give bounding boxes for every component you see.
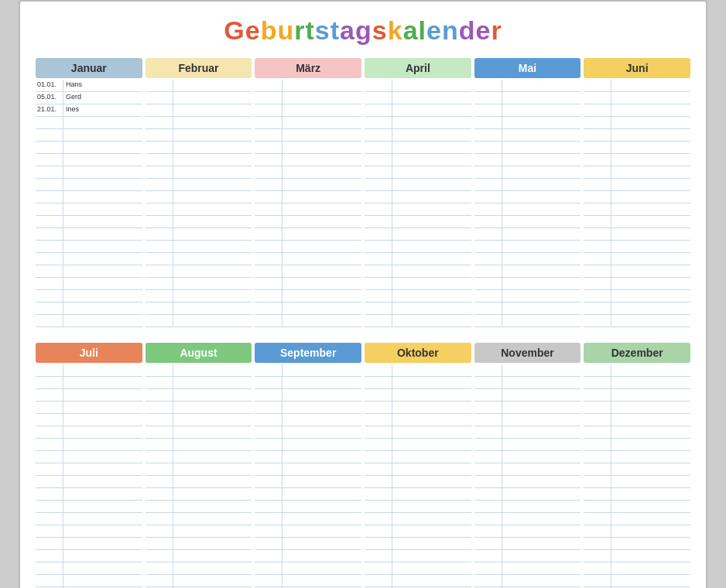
table-row[interactable] [474,265,581,278]
table-row[interactable] [146,550,252,562]
table-row[interactable] [146,377,252,389]
entry-name[interactable] [283,575,361,586]
entry-name[interactable] [63,451,142,463]
entry-name[interactable] [611,463,690,475]
entry-name[interactable] [63,117,142,128]
entry-name[interactable] [63,278,142,289]
entry-name[interactable] [611,501,690,512]
entry-name[interactable] [502,476,581,487]
entry-name[interactable] [173,501,252,512]
table-row[interactable] [474,92,581,104]
table-row[interactable] [36,525,142,538]
entry-name[interactable] [173,92,252,104]
table-row[interactable] [36,216,142,228]
table-row[interactable] [36,562,142,575]
table-row[interactable] [474,191,581,203]
entry-name[interactable] [173,253,252,265]
table-row[interactable] [255,129,361,142]
table-row[interactable] [474,439,581,451]
table-row[interactable] [365,216,471,228]
table-row[interactable] [146,253,252,265]
table-row[interactable] [255,228,361,241]
entry-name[interactable] [502,92,581,104]
entry-name[interactable] [392,179,471,190]
table-row[interactable] [584,154,690,166]
entry-name[interactable] [283,364,361,376]
table-row[interactable] [36,303,142,315]
entry-name[interactable] [283,315,361,326]
entry-name[interactable] [173,476,252,487]
table-row[interactable] [146,451,252,463]
entry-name[interactable] [173,525,252,537]
table-row[interactable] [36,142,142,154]
entry-name[interactable] [63,414,142,426]
entry-name[interactable] [611,315,690,326]
table-row[interactable] [584,80,690,92]
table-row[interactable] [474,228,581,241]
table-row[interactable] [36,364,142,377]
table-row[interactable] [584,575,690,587]
table-row[interactable] [474,550,581,562]
entry-name[interactable] [502,389,581,401]
table-row[interactable] [36,203,142,216]
entry-name[interactable] [63,525,142,537]
entry-name[interactable] [392,377,471,388]
table-row[interactable] [255,216,361,228]
table-row[interactable] [146,364,252,377]
entry-name[interactable] [392,315,471,326]
entry-name[interactable] [611,117,690,128]
entry-name[interactable] [283,426,361,438]
table-row[interactable] [146,439,252,451]
table-row[interactable] [474,451,581,463]
table-row[interactable] [584,501,690,513]
entry-name[interactable] [283,463,361,475]
table-row[interactable] [255,92,361,104]
entry-name[interactable] [611,241,690,252]
entry-name[interactable] [502,575,581,586]
table-row[interactable] [146,142,252,154]
entry-name[interactable] [173,228,252,240]
table-row[interactable] [255,513,361,525]
table-row[interactable] [255,203,361,216]
table-row[interactable] [365,488,471,501]
table-row[interactable] [584,129,690,142]
table-row[interactable] [584,92,690,104]
entry-name[interactable] [611,426,690,438]
table-row[interactable] [36,166,142,179]
entry-name[interactable] [63,265,142,277]
table-row[interactable] [584,525,690,538]
entry-name[interactable] [283,265,361,277]
table-row[interactable] [255,426,361,439]
entry-name[interactable] [392,203,471,215]
table-row[interactable] [255,525,361,538]
entry-name[interactable] [502,253,581,265]
table-row[interactable] [365,562,471,575]
table-row[interactable] [584,439,690,451]
entry-name[interactable] [283,117,361,128]
table-row[interactable] [255,389,361,402]
table-row[interactable] [255,154,361,166]
table-row[interactable] [36,191,142,203]
table-row[interactable] [146,290,252,303]
entry-name[interactable] [173,550,252,562]
entry-name[interactable] [392,216,471,227]
table-row[interactable] [255,191,361,203]
table-row[interactable] [474,426,581,439]
table-row[interactable] [365,525,471,538]
entry-name[interactable] [392,463,471,475]
entry-name[interactable] [611,562,690,574]
table-row[interactable] [584,513,690,525]
entry-name[interactable] [63,488,142,500]
entry-name[interactable] [502,364,581,376]
entry-name[interactable] [173,104,252,116]
entry-name[interactable] [611,439,690,450]
entry-name[interactable] [502,501,581,512]
entry-name[interactable] [63,129,142,141]
entry-name[interactable] [63,402,142,413]
entry-name[interactable] [611,476,690,487]
table-row[interactable] [36,228,142,241]
table-row[interactable] [584,228,690,241]
entry-name[interactable] [502,513,581,525]
entry-name[interactable]: Ines [63,104,142,116]
entry-name[interactable] [502,439,581,450]
